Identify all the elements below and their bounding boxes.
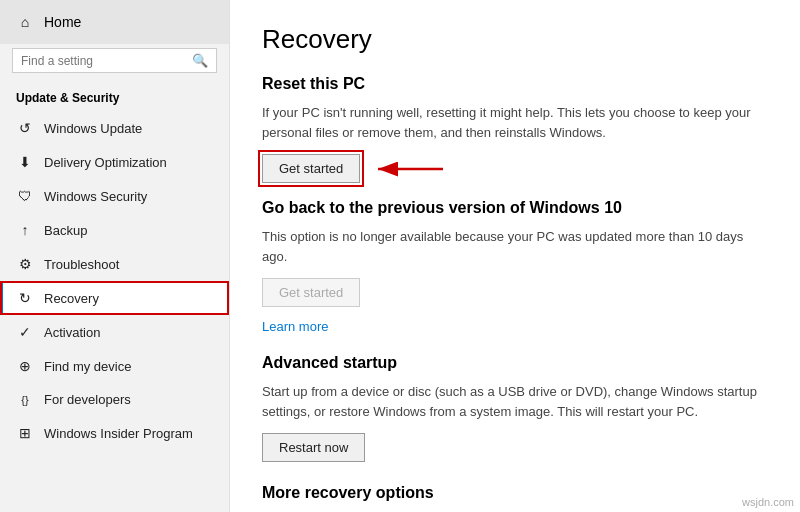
- learn-more-link[interactable]: Learn more: [262, 319, 328, 334]
- reset-get-started-button[interactable]: Get started: [262, 154, 360, 183]
- sidebar-item-label: Windows Security: [44, 189, 147, 204]
- backup-icon: ↑: [16, 222, 34, 238]
- recovery-icon: ↻: [16, 290, 34, 306]
- reset-heading: Reset this PC: [262, 75, 768, 93]
- windows-insider-icon: ⊞: [16, 425, 34, 441]
- sidebar-item-troubleshoot[interactable]: ⚙ Troubleshoot: [0, 247, 229, 281]
- sidebar-item-label: Activation: [44, 325, 100, 340]
- developers-icon: {}: [16, 394, 34, 406]
- sidebar-item-for-developers[interactable]: {} For developers: [0, 383, 229, 416]
- sidebar-item-label: Find my device: [44, 359, 131, 374]
- section-label: Update & Security: [0, 81, 229, 111]
- restart-now-button[interactable]: Restart now: [262, 433, 365, 462]
- advanced-startup-heading: Advanced startup: [262, 354, 768, 372]
- troubleshoot-icon: ⚙: [16, 256, 34, 272]
- sidebar-item-delivery-optimization[interactable]: ⬇ Delivery Optimization: [0, 145, 229, 179]
- windows-update-icon: ↺: [16, 120, 34, 136]
- more-recovery-heading: More recovery options: [262, 484, 768, 502]
- sidebar-home[interactable]: ⌂ Home: [0, 0, 229, 44]
- sidebar-item-activation[interactable]: ✓ Activation: [0, 315, 229, 349]
- main-content: Recovery Reset this PC If your PC isn't …: [230, 0, 800, 512]
- arrow-container: Get started: [262, 154, 768, 187]
- sidebar-item-windows-security[interactable]: 🛡 Windows Security: [0, 179, 229, 213]
- sidebar-item-windows-update[interactable]: ↺ Windows Update: [0, 111, 229, 145]
- delivery-optimization-icon: ⬇: [16, 154, 34, 170]
- search-box: 🔍: [12, 48, 217, 73]
- watermark: wsjdn.com: [742, 496, 794, 508]
- go-back-get-started-button: Get started: [262, 278, 360, 307]
- sidebar-item-label: Delivery Optimization: [44, 155, 167, 170]
- sidebar-item-label: Recovery: [44, 291, 99, 306]
- sidebar-item-label: Windows Update: [44, 121, 142, 136]
- advanced-startup-description: Start up from a device or disc (such as …: [262, 382, 768, 421]
- sidebar-item-label: Backup: [44, 223, 87, 238]
- sidebar-item-recovery[interactable]: ↻ Recovery: [0, 281, 229, 315]
- annotation-arrow: [368, 155, 448, 186]
- advanced-startup-section: Advanced startup Start up from a device …: [262, 354, 768, 466]
- go-back-heading: Go back to the previous version of Windo…: [262, 199, 768, 217]
- find-device-icon: ⊕: [16, 358, 34, 374]
- windows-security-icon: 🛡: [16, 188, 34, 204]
- activation-icon: ✓: [16, 324, 34, 340]
- reset-description: If your PC isn't running well, resetting…: [262, 103, 768, 142]
- sidebar: ⌂ Home 🔍 Update & Security ↺ Windows Upd…: [0, 0, 230, 512]
- sidebar-item-backup[interactable]: ↑ Backup: [0, 213, 229, 247]
- search-input[interactable]: [21, 54, 186, 68]
- go-back-description: This option is no longer available becau…: [262, 227, 768, 266]
- reset-section: Reset this PC If your PC isn't running w…: [262, 75, 768, 187]
- search-icon: 🔍: [192, 53, 208, 68]
- home-icon: ⌂: [16, 14, 34, 30]
- home-label: Home: [44, 14, 81, 30]
- sidebar-item-label: Windows Insider Program: [44, 426, 193, 441]
- more-recovery-section: More recovery options: [262, 484, 768, 502]
- sidebar-item-windows-insider[interactable]: ⊞ Windows Insider Program: [0, 416, 229, 450]
- page-title: Recovery: [262, 24, 768, 55]
- sidebar-item-label: For developers: [44, 392, 131, 407]
- sidebar-item-label: Troubleshoot: [44, 257, 119, 272]
- sidebar-item-find-my-device[interactable]: ⊕ Find my device: [0, 349, 229, 383]
- go-back-section: Go back to the previous version of Windo…: [262, 199, 768, 338]
